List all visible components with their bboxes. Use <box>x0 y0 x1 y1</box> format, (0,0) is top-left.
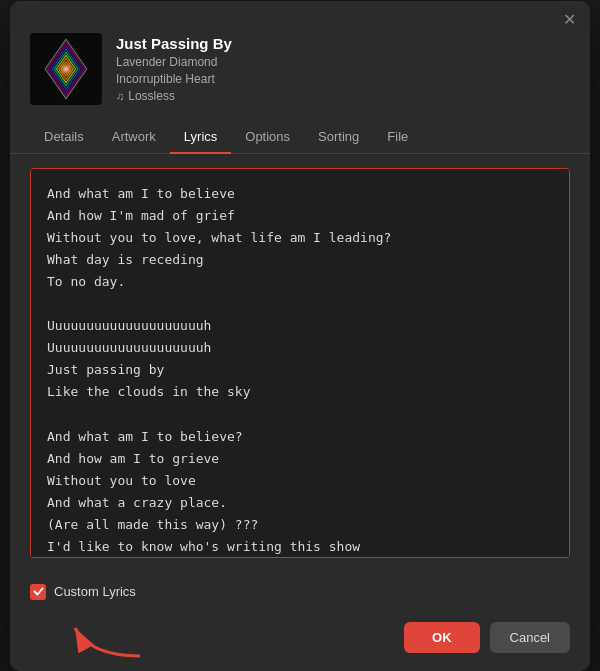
lyrics-container[interactable]: And what am I to believe And how I'm mad… <box>30 168 570 558</box>
track-quality: ♫ Lossless <box>116 89 232 103</box>
track-title: Just Passing By <box>116 35 232 52</box>
album-art <box>30 33 102 105</box>
ok-button[interactable]: OK <box>404 622 480 653</box>
cancel-button[interactable]: Cancel <box>490 622 570 653</box>
tab-sorting[interactable]: Sorting <box>304 121 373 154</box>
lossless-icon: ♫ <box>116 90 124 102</box>
track-info: Just Passing By Lavender Diamond Incorru… <box>10 29 590 121</box>
dialog: ✕ Just Passing By Lavender Diamond Incor… <box>10 1 590 671</box>
title-bar: ✕ <box>10 1 590 29</box>
close-button[interactable]: ✕ <box>560 11 578 29</box>
tab-file[interactable]: File <box>373 121 422 154</box>
content-area: And what am I to believe And how I'm mad… <box>10 154 590 572</box>
track-album: Incorruptible Heart <box>116 72 232 86</box>
tab-artwork[interactable]: Artwork <box>98 121 170 154</box>
checkmark-icon <box>33 586 44 597</box>
tab-details[interactable]: Details <box>30 121 98 154</box>
track-details: Just Passing By Lavender Diamond Incorru… <box>116 35 232 103</box>
tab-options[interactable]: Options <box>231 121 304 154</box>
custom-lyrics-label: Custom Lyrics <box>54 584 136 599</box>
arrow-indicator <box>70 608 150 662</box>
custom-lyrics-checkbox[interactable] <box>30 584 46 600</box>
tabs: Details Artwork Lyrics Options Sorting F… <box>10 121 590 154</box>
custom-lyrics-row: Custom Lyrics <box>10 572 590 612</box>
track-artist: Lavender Diamond <box>116 55 232 69</box>
lyrics-text: And what am I to believe And how I'm mad… <box>47 183 553 558</box>
tab-lyrics[interactable]: Lyrics <box>170 121 231 154</box>
